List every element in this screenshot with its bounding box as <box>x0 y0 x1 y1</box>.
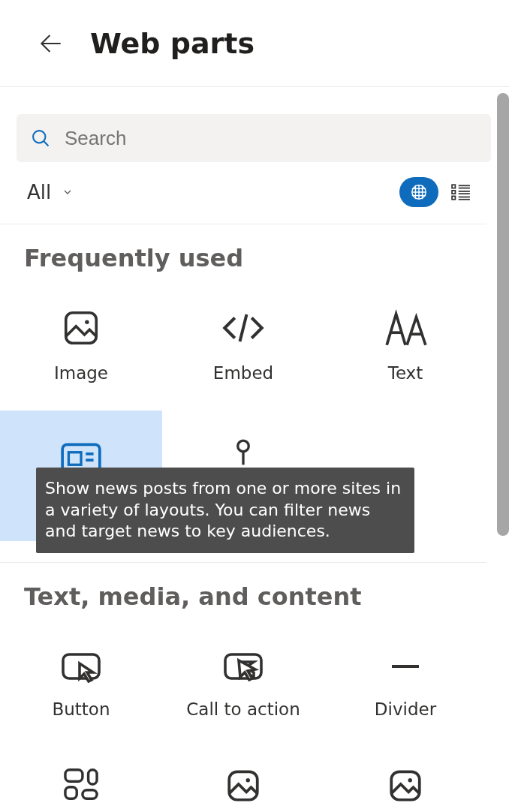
list-view-button[interactable] <box>441 177 480 207</box>
section-text-media-content: Text, media, and content Button <box>0 563 486 809</box>
svg-rect-25 <box>68 453 81 465</box>
search-box[interactable] <box>17 114 491 162</box>
webpart-item-partial-1[interactable] <box>0 749 162 809</box>
svg-point-38 <box>246 778 250 782</box>
webpart-label: Embed <box>213 363 273 383</box>
webpart-embed[interactable]: Embed <box>162 280 324 411</box>
svg-rect-12 <box>452 196 455 199</box>
webpart-text[interactable]: Text <box>324 280 486 411</box>
webpart-item-partial-3[interactable] <box>324 749 486 809</box>
layout-icon <box>62 767 101 801</box>
svg-point-28 <box>238 441 249 452</box>
divider-icon <box>387 648 424 684</box>
webpart-label: Divider <box>375 699 436 719</box>
text-icon <box>382 308 429 348</box>
search-input[interactable] <box>63 126 477 151</box>
webpart-item-partial-2[interactable] <box>162 749 324 809</box>
webpart-divider[interactable]: Divider <box>324 618 486 749</box>
section-title: Frequently used <box>0 224 486 280</box>
scrollbar[interactable] <box>497 93 509 536</box>
svg-rect-11 <box>452 191 455 194</box>
webpart-label: Call to action <box>186 699 300 719</box>
image-icon <box>385 767 426 804</box>
svg-rect-34 <box>89 770 98 784</box>
svg-point-40 <box>408 778 412 782</box>
button-icon <box>59 648 103 684</box>
svg-point-20 <box>85 320 89 323</box>
code-icon <box>219 308 267 348</box>
cta-icon <box>221 648 265 684</box>
view-toggle <box>399 177 480 207</box>
page-title: Web parts <box>90 27 254 60</box>
grid-view-button[interactable] <box>399 177 438 207</box>
svg-rect-39 <box>391 771 420 800</box>
chevron-down-icon <box>62 186 74 198</box>
dropdown-label: All <box>27 181 51 203</box>
svg-line-2 <box>44 141 48 146</box>
svg-rect-19 <box>66 313 97 344</box>
webpart-label: Button <box>52 699 110 719</box>
svg-rect-36 <box>83 790 97 799</box>
webpart-image[interactable]: Image <box>0 280 162 411</box>
filter-row: All <box>0 162 486 224</box>
svg-rect-10 <box>452 185 455 188</box>
svg-rect-35 <box>65 787 77 798</box>
webpart-call-to-action[interactable]: Call to action <box>162 618 324 749</box>
webpart-label: Text <box>388 363 423 383</box>
header: Web parts <box>0 0 509 87</box>
tooltip: Show news posts from one or more sites i… <box>36 468 414 553</box>
grid-icon <box>411 184 427 200</box>
category-dropdown[interactable]: All <box>27 181 74 203</box>
webpart-label: Image <box>54 363 108 383</box>
image-icon <box>61 308 101 348</box>
body: All <box>0 87 509 812</box>
back-button[interactable] <box>36 29 66 59</box>
svg-point-1 <box>33 131 45 143</box>
webpart-button[interactable]: Button <box>0 618 162 749</box>
svg-rect-37 <box>229 771 258 800</box>
search-icon <box>30 128 51 149</box>
list-icon <box>451 184 471 200</box>
image-icon <box>223 767 264 804</box>
svg-line-21 <box>240 314 247 341</box>
svg-rect-33 <box>65 770 83 781</box>
section-title: Text, media, and content <box>0 563 486 618</box>
arrow-left-icon <box>37 29 65 58</box>
